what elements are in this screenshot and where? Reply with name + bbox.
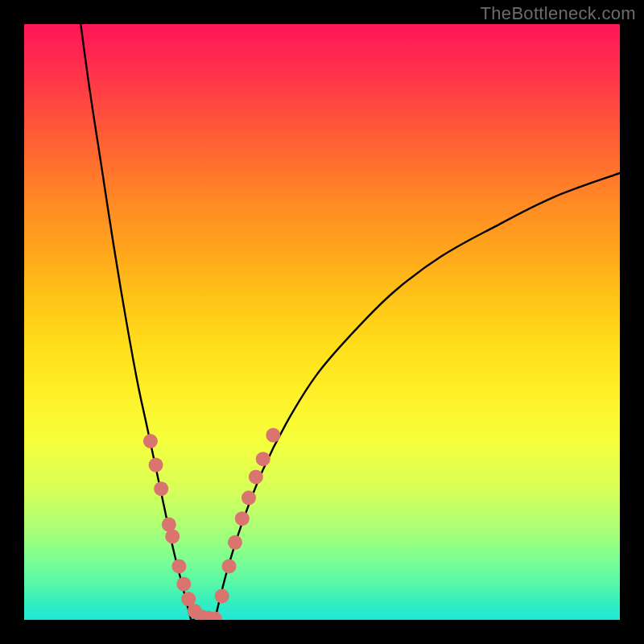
chart-svg (24, 24, 620, 620)
data-marker (266, 428, 280, 443)
data-marker (149, 458, 163, 473)
data-marker (235, 511, 250, 526)
chart-plot-area (24, 24, 620, 620)
data-marker (165, 529, 180, 543)
watermark-text: TheBottleneck.com (481, 3, 636, 24)
data-marker (154, 481, 168, 496)
curve-group (80, 24, 620, 620)
data-marker (228, 535, 242, 550)
data-marker (222, 559, 237, 573)
data-marker (256, 452, 270, 466)
data-marker (249, 469, 263, 484)
data-marker (215, 588, 229, 603)
data-marker (242, 490, 256, 505)
data-marker (171, 559, 186, 573)
marker-group-left (143, 434, 222, 620)
data-marker (143, 434, 158, 448)
chart-frame: TheBottleneck.com (0, 0, 644, 644)
data-marker (176, 577, 191, 592)
curve-right-branch (215, 173, 620, 620)
